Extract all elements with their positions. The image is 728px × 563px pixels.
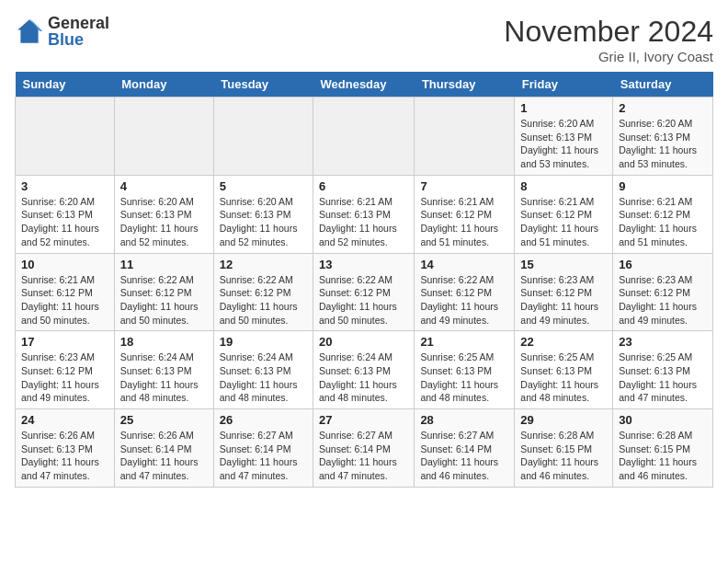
day-info: Sunrise: 6:20 AMSunset: 6:13 PMDaylight:… bbox=[120, 195, 208, 249]
calendar-header-row: SundayMondayTuesdayWednesdayThursdayFrid… bbox=[16, 72, 713, 98]
day-number: 13 bbox=[319, 258, 408, 271]
calendar-cell: 24Sunrise: 6:26 AMSunset: 6:13 PMDayligh… bbox=[16, 409, 115, 488]
calendar-header-thursday: Thursday bbox=[415, 72, 515, 98]
calendar-cell: 20Sunrise: 6:24 AMSunset: 6:13 PMDayligh… bbox=[313, 331, 415, 409]
day-info: Sunrise: 6:24 AMSunset: 6:13 PMDaylight:… bbox=[220, 350, 307, 405]
day-info: Sunrise: 6:27 AMSunset: 6:14 PMDaylight:… bbox=[220, 429, 307, 483]
day-info: Sunrise: 6:21 AMSunset: 6:13 PMDaylight:… bbox=[319, 195, 408, 249]
calendar-cell: 2Sunrise: 6:20 AMSunset: 6:13 PMDaylight… bbox=[613, 98, 713, 176]
logo-text: General Blue bbox=[48, 15, 109, 48]
calendar-header-sunday: Sunday bbox=[16, 72, 115, 98]
day-info: Sunrise: 6:21 AMSunset: 6:12 PMDaylight:… bbox=[21, 273, 108, 327]
calendar-cell: 15Sunrise: 6:23 AMSunset: 6:12 PMDayligh… bbox=[515, 253, 613, 331]
calendar-cell: 9Sunrise: 6:21 AMSunset: 6:12 PMDaylight… bbox=[613, 175, 713, 253]
calendar-cell: 25Sunrise: 6:26 AMSunset: 6:14 PMDayligh… bbox=[114, 409, 213, 488]
day-number: 21 bbox=[420, 335, 508, 349]
day-info: Sunrise: 6:20 AMSunset: 6:13 PMDaylight:… bbox=[619, 117, 707, 171]
day-number: 24 bbox=[21, 413, 108, 427]
calendar-week-row: 24Sunrise: 6:26 AMSunset: 6:13 PMDayligh… bbox=[16, 409, 713, 488]
day-info: Sunrise: 6:23 AMSunset: 6:12 PMDaylight:… bbox=[520, 273, 607, 327]
calendar-cell: 30Sunrise: 6:28 AMSunset: 6:15 PMDayligh… bbox=[613, 409, 713, 488]
day-number: 23 bbox=[619, 335, 707, 349]
day-number: 3 bbox=[21, 179, 108, 193]
calendar-cell: 26Sunrise: 6:27 AMSunset: 6:14 PMDayligh… bbox=[213, 409, 313, 488]
calendar-cell: 22Sunrise: 6:25 AMSunset: 6:13 PMDayligh… bbox=[515, 331, 613, 409]
calendar-cell: 4Sunrise: 6:20 AMSunset: 6:13 PMDaylight… bbox=[114, 175, 213, 253]
calendar-cell bbox=[114, 98, 213, 176]
calendar-cell: 19Sunrise: 6:24 AMSunset: 6:13 PMDayligh… bbox=[213, 331, 313, 409]
day-number: 20 bbox=[319, 335, 408, 349]
calendar-week-row: 10Sunrise: 6:21 AMSunset: 6:12 PMDayligh… bbox=[16, 253, 713, 331]
day-info: Sunrise: 6:22 AMSunset: 6:12 PMDaylight:… bbox=[120, 273, 208, 327]
day-number: 8 bbox=[520, 179, 607, 193]
day-number: 9 bbox=[619, 179, 707, 193]
calendar-cell: 11Sunrise: 6:22 AMSunset: 6:12 PMDayligh… bbox=[114, 253, 213, 331]
calendar-cell: 5Sunrise: 6:20 AMSunset: 6:13 PMDaylight… bbox=[213, 175, 313, 253]
day-info: Sunrise: 6:26 AMSunset: 6:13 PMDaylight:… bbox=[21, 429, 108, 483]
calendar-week-row: 3Sunrise: 6:20 AMSunset: 6:13 PMDaylight… bbox=[16, 175, 713, 253]
day-number: 1 bbox=[520, 101, 607, 115]
calendar-cell: 10Sunrise: 6:21 AMSunset: 6:12 PMDayligh… bbox=[16, 253, 115, 331]
calendar-cell: 13Sunrise: 6:22 AMSunset: 6:12 PMDayligh… bbox=[313, 253, 415, 331]
day-info: Sunrise: 6:20 AMSunset: 6:13 PMDaylight:… bbox=[520, 117, 607, 171]
calendar-cell: 7Sunrise: 6:21 AMSunset: 6:12 PMDaylight… bbox=[415, 175, 515, 253]
day-number: 16 bbox=[619, 258, 707, 271]
day-number: 11 bbox=[120, 258, 208, 271]
day-number: 22 bbox=[520, 335, 607, 349]
calendar-cell: 21Sunrise: 6:25 AMSunset: 6:13 PMDayligh… bbox=[415, 331, 515, 409]
day-number: 28 bbox=[420, 413, 508, 427]
calendar-cell bbox=[415, 98, 515, 176]
calendar-cell: 18Sunrise: 6:24 AMSunset: 6:13 PMDayligh… bbox=[114, 331, 213, 409]
day-number: 26 bbox=[220, 413, 307, 427]
day-info: Sunrise: 6:27 AMSunset: 6:14 PMDaylight:… bbox=[319, 429, 408, 483]
day-number: 12 bbox=[220, 258, 307, 271]
day-info: Sunrise: 6:25 AMSunset: 6:13 PMDaylight:… bbox=[520, 350, 607, 405]
day-number: 30 bbox=[619, 413, 707, 427]
calendar-cell: 3Sunrise: 6:20 AMSunset: 6:13 PMDaylight… bbox=[16, 175, 115, 253]
main-title: November 2024 bbox=[504, 15, 713, 49]
day-number: 19 bbox=[220, 335, 307, 349]
day-info: Sunrise: 6:22 AMSunset: 6:12 PMDaylight:… bbox=[420, 273, 508, 327]
calendar-cell: 8Sunrise: 6:21 AMSunset: 6:12 PMDaylight… bbox=[515, 175, 613, 253]
day-info: Sunrise: 6:25 AMSunset: 6:13 PMDaylight:… bbox=[420, 350, 508, 405]
title-section: November 2024 Grie II, Ivory Coast bbox=[504, 15, 713, 64]
calendar-cell: 12Sunrise: 6:22 AMSunset: 6:12 PMDayligh… bbox=[213, 253, 313, 331]
calendar-cell bbox=[213, 98, 313, 176]
day-number: 18 bbox=[120, 335, 208, 349]
day-info: Sunrise: 6:25 AMSunset: 6:13 PMDaylight:… bbox=[619, 350, 707, 405]
calendar-cell: 23Sunrise: 6:25 AMSunset: 6:13 PMDayligh… bbox=[613, 331, 713, 409]
day-number: 4 bbox=[120, 179, 208, 193]
svg-marker-0 bbox=[17, 19, 41, 43]
day-info: Sunrise: 6:28 AMSunset: 6:15 PMDaylight:… bbox=[619, 429, 707, 483]
day-info: Sunrise: 6:21 AMSunset: 6:12 PMDaylight:… bbox=[520, 195, 607, 249]
day-info: Sunrise: 6:22 AMSunset: 6:12 PMDaylight:… bbox=[220, 273, 307, 327]
day-info: Sunrise: 6:21 AMSunset: 6:12 PMDaylight:… bbox=[619, 195, 707, 249]
calendar-cell: 1Sunrise: 6:20 AMSunset: 6:13 PMDaylight… bbox=[515, 98, 613, 176]
day-info: Sunrise: 6:20 AMSunset: 6:13 PMDaylight:… bbox=[21, 195, 108, 249]
day-info: Sunrise: 6:22 AMSunset: 6:12 PMDaylight:… bbox=[319, 273, 408, 327]
calendar-header-tuesday: Tuesday bbox=[213, 72, 313, 98]
day-number: 7 bbox=[420, 179, 508, 193]
day-info: Sunrise: 6:23 AMSunset: 6:12 PMDaylight:… bbox=[619, 273, 707, 327]
calendar-cell bbox=[313, 98, 415, 176]
calendar-header-monday: Monday bbox=[114, 72, 213, 98]
day-number: 17 bbox=[21, 335, 108, 349]
calendar-header-saturday: Saturday bbox=[613, 72, 713, 98]
day-number: 5 bbox=[220, 179, 307, 193]
calendar-cell: 17Sunrise: 6:23 AMSunset: 6:12 PMDayligh… bbox=[16, 331, 115, 409]
day-info: Sunrise: 6:21 AMSunset: 6:12 PMDaylight:… bbox=[420, 195, 508, 249]
day-info: Sunrise: 6:24 AMSunset: 6:13 PMDaylight:… bbox=[319, 350, 408, 405]
logo-icon bbox=[15, 17, 44, 46]
calendar-week-row: 17Sunrise: 6:23 AMSunset: 6:12 PMDayligh… bbox=[16, 331, 713, 409]
day-info: Sunrise: 6:26 AMSunset: 6:14 PMDaylight:… bbox=[120, 429, 208, 483]
logo: General Blue bbox=[15, 15, 109, 48]
calendar-table: SundayMondayTuesdayWednesdayThursdayFrid… bbox=[15, 72, 713, 488]
calendar-cell: 14Sunrise: 6:22 AMSunset: 6:12 PMDayligh… bbox=[415, 253, 515, 331]
day-number: 25 bbox=[120, 413, 208, 427]
calendar-cell: 27Sunrise: 6:27 AMSunset: 6:14 PMDayligh… bbox=[313, 409, 415, 488]
day-info: Sunrise: 6:20 AMSunset: 6:13 PMDaylight:… bbox=[220, 195, 307, 249]
day-info: Sunrise: 6:23 AMSunset: 6:12 PMDaylight:… bbox=[21, 350, 108, 405]
day-info: Sunrise: 6:28 AMSunset: 6:15 PMDaylight:… bbox=[520, 429, 607, 483]
calendar-header-wednesday: Wednesday bbox=[313, 72, 415, 98]
calendar-week-row: 1Sunrise: 6:20 AMSunset: 6:13 PMDaylight… bbox=[16, 98, 713, 176]
